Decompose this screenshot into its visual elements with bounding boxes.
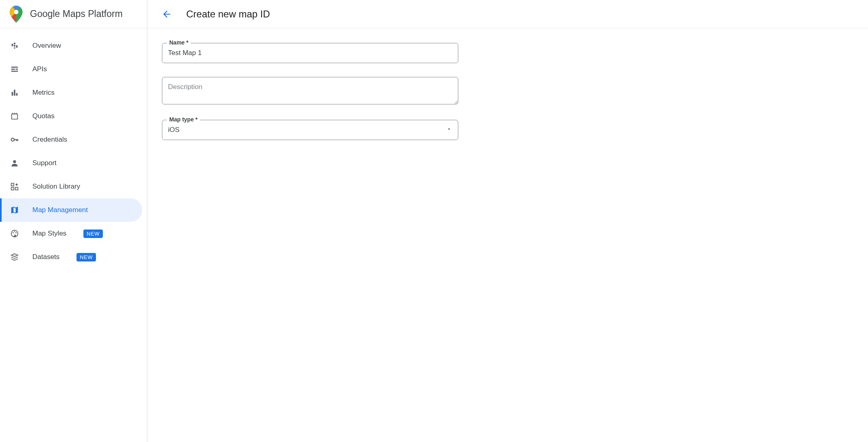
sidebar: Google Maps Platform Overview APIs Metri… — [0, 0, 147, 442]
sidebar-item-solution-library[interactable]: Solution Library — [0, 175, 142, 198]
svg-point-0 — [14, 10, 18, 14]
solution-library-icon — [10, 182, 19, 191]
nav-label: Credentials — [32, 136, 67, 144]
nav-label: Support — [32, 159, 57, 167]
description-textarea[interactable] — [162, 77, 458, 104]
nav-label: Quotas — [32, 112, 55, 120]
sidebar-item-datasets[interactable]: Datasets NEW — [0, 245, 142, 269]
sidebar-nav: Overview APIs Metrics Quotas — [0, 28, 147, 269]
nav-label: Datasets — [32, 253, 60, 261]
overview-icon — [10, 41, 19, 51]
page-title: Create new map ID — [186, 8, 270, 20]
nav-label: Map Styles — [32, 230, 66, 238]
sidebar-item-map-styles[interactable]: Map Styles NEW — [0, 222, 142, 245]
back-button[interactable] — [159, 6, 175, 22]
svg-point-21 — [13, 232, 14, 234]
svg-rect-7 — [11, 67, 18, 68]
nav-label: APIs — [32, 65, 47, 73]
arrow-left-icon — [162, 9, 172, 19]
name-label: Name * — [167, 39, 191, 46]
map-styles-icon — [10, 229, 19, 238]
svg-rect-18 — [15, 187, 18, 190]
svg-rect-17 — [11, 183, 14, 186]
credentials-icon — [10, 135, 19, 144]
svg-point-22 — [14, 231, 15, 232]
google-maps-logo-icon — [10, 6, 23, 23]
form-area: Name * Map type * iOS — [147, 28, 868, 168]
nav-label: Solution Library — [32, 183, 80, 191]
sidebar-header: Google Maps Platform — [0, 0, 147, 28]
name-field-wrapper: Name * — [162, 43, 458, 63]
svg-rect-8 — [11, 69, 15, 70]
nav-label: Metrics — [32, 89, 55, 97]
nav-label: Overview — [32, 42, 61, 50]
sidebar-item-support[interactable]: Support — [0, 151, 142, 175]
quotas-icon — [10, 111, 19, 121]
nav-label: Map Management — [32, 206, 88, 214]
new-badge: NEW — [83, 230, 103, 238]
sidebar-item-metrics[interactable]: Metrics — [0, 81, 142, 104]
name-input[interactable] — [162, 43, 458, 63]
datasets-icon — [10, 252, 19, 262]
sidebar-item-overview[interactable]: Overview — [0, 34, 142, 57]
description-field-wrapper — [162, 77, 458, 106]
svg-rect-13 — [16, 93, 18, 96]
map-type-field-wrapper: Map type * iOS — [162, 120, 458, 140]
svg-point-16 — [13, 160, 16, 163]
svg-rect-10 — [16, 69, 18, 70]
sidebar-item-apis[interactable]: APIs — [0, 57, 142, 81]
new-badge: NEW — [77, 253, 96, 261]
svg-point-2 — [14, 43, 15, 45]
svg-point-23 — [15, 232, 17, 234]
platform-title: Google Maps Platform — [30, 8, 123, 19]
sidebar-item-quotas[interactable]: Quotas — [0, 104, 142, 128]
map-type-select[interactable]: iOS — [162, 120, 458, 140]
apis-icon — [10, 64, 19, 74]
map-type-label: Map type * — [167, 116, 200, 123]
svg-point-6 — [14, 45, 15, 47]
svg-point-4 — [16, 45, 18, 47]
sidebar-item-credentials[interactable]: Credentials — [0, 128, 142, 151]
svg-rect-11 — [12, 92, 13, 96]
svg-point-3 — [12, 45, 13, 47]
svg-point-15 — [11, 138, 14, 141]
svg-rect-19 — [11, 187, 14, 190]
map-management-icon — [10, 205, 19, 215]
sidebar-item-map-management[interactable]: Map Management — [0, 198, 142, 222]
svg-rect-9 — [11, 71, 18, 72]
svg-rect-12 — [14, 90, 15, 96]
svg-rect-14 — [12, 114, 18, 119]
main-content: Create new map ID Name * Map type * iOS — [147, 0, 868, 442]
svg-point-5 — [14, 47, 15, 49]
support-icon — [10, 158, 19, 168]
main-header: Create new map ID — [147, 0, 868, 28]
metrics-icon — [10, 88, 19, 98]
